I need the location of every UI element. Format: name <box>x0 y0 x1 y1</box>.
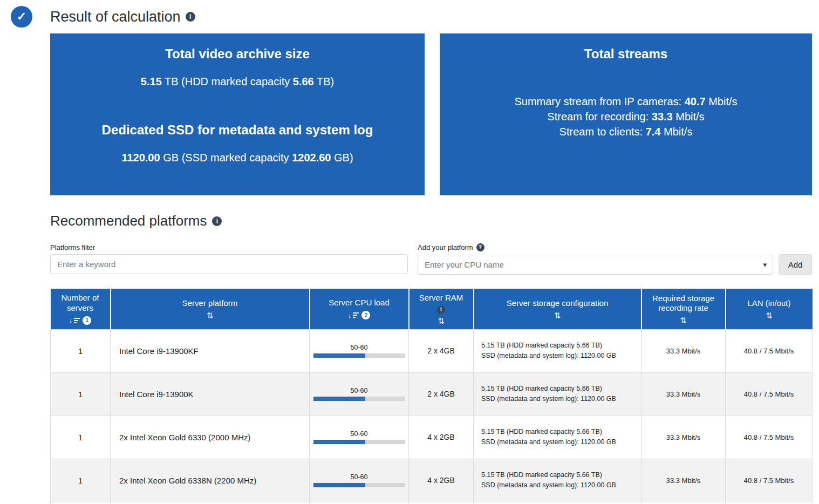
sort-icon[interactable]: ⇅ <box>766 311 773 319</box>
cpu-load-cell: 50-60 <box>310 372 409 416</box>
platforms-filter-label: Platforms filter <box>50 243 408 251</box>
cpu-load-range: 50-60 <box>313 430 405 438</box>
sort-icon[interactable]: ⇅ <box>207 311 214 319</box>
lan-cell: 40.8 / 7.5 Mbit/s <box>726 372 813 416</box>
cpu-load-bar <box>313 353 405 358</box>
column-header-required-storage-recording-rate[interactable]: Required storage recording rate ⇅ <box>641 289 726 329</box>
platform-cell: 2x Intel Xeon Gold 6330 (2000 MHz) <box>111 416 310 459</box>
storage-cell: 5.15 TB (HDD marked capacity 5.66 TB) SS… <box>474 459 641 502</box>
stream-line-clients: Stream to clients: 7.4 Mbit/s <box>440 124 812 139</box>
lan-cell: 40.8 / 7.5 Mbit/s <box>726 416 813 459</box>
table-header-row: Number of servers ↓ 1 Server platform ⇅ … <box>51 289 813 329</box>
platform-cell: Intel Core i9-13900KF <box>111 329 310 372</box>
cpu-load-bar <box>313 440 405 444</box>
archive-card-title: Total video archive size <box>50 46 425 62</box>
servers-count-cell: 1 <box>51 459 111 502</box>
platform-cell: Intel Core i9-13900K <box>111 372 310 416</box>
sort-order-badge: 2 <box>361 311 370 319</box>
info-icon[interactable]: i <box>186 12 195 22</box>
info-icon[interactable]: i <box>437 306 445 314</box>
rate-cell: 33.3 Mbit/s <box>641 372 726 416</box>
table-row: 1 Intel Core i9-13900KF 50-60 2 x 4GB 5.… <box>51 329 813 372</box>
ram-cell: 2 x 4GB <box>409 372 474 416</box>
cpu-name-combobox[interactable]: ▾ <box>418 255 773 275</box>
ssd-size-line: 1120.00 GB (SSD marked capacity 1202.60 … <box>50 152 425 164</box>
storage-cell: 5.15 TB (HDD marked capacity 5.66 TB) SS… <box>474 416 641 459</box>
add-platform-label: Add your platform ? <box>418 243 812 251</box>
streams-card-title: Total streams <box>440 46 812 62</box>
cpu-load-range: 50-60 <box>313 344 405 351</box>
ram-cell: 4 x 2GB <box>409 416 474 459</box>
servers-count-cell: 1 <box>51 416 111 459</box>
column-header-lan-in-out[interactable]: LAN (in/out) ⇅ <box>726 289 813 329</box>
summary-cards: Total video archive size 5.15 TB (HDD ma… <box>50 33 812 195</box>
page-header: ✓ Result of calculation i <box>0 0 819 28</box>
storage-cell: 5.15 TB (HDD marked capacity 5.66 TB) SS… <box>474 329 641 372</box>
sort-order-badge: 1 <box>83 316 91 325</box>
ram-cell: 2 x 4GB <box>409 329 474 372</box>
rate-cell: 33.3 Mbit/s <box>641 416 726 459</box>
column-header-server-ram[interactable]: Server RAM i ⇅ <box>409 289 474 329</box>
sort-icon[interactable]: ⇅ <box>680 316 687 324</box>
rate-cell: 33.3 Mbit/s <box>641 459 726 502</box>
cpu-load-bar <box>313 483 405 487</box>
cpu-load-bar <box>313 397 405 401</box>
cpu-load-range: 50-60 <box>313 473 405 481</box>
stream-line-cameras: Summary stream from IP cameras: 40.7 Mbi… <box>440 94 812 109</box>
platform-cell: 2x Intel Xeon Gold 6338N (2200 MHz) <box>111 459 310 502</box>
success-check-icon: ✓ <box>11 6 32 28</box>
column-header-number-of-servers[interactable]: Number of servers ↓ 1 <box>51 289 111 329</box>
help-icon[interactable]: ? <box>476 243 484 251</box>
platforms-filter-group: Platforms filter <box>50 243 408 275</box>
sort-amount-icon[interactable]: ↓ <box>348 312 359 319</box>
lan-cell: 40.8 / 7.5 Mbit/s <box>726 329 813 372</box>
stream-line-recording: Stream for recording: 33.3 Mbit/s <box>440 109 812 124</box>
add-platform-group: Add your platform ? ▾ Add <box>418 243 812 275</box>
sort-amount-icon[interactable]: ↓ <box>69 317 80 324</box>
rate-cell: 33.3 Mbit/s <box>641 329 726 372</box>
hdd-size-line: 5.15 TB (HDD marked capacity 5.66 TB) <box>50 76 425 88</box>
servers-count-cell: 1 <box>51 372 111 416</box>
recommended-platforms-heading: Recommended platforms i <box>50 213 819 229</box>
platforms-table: Number of servers ↓ 1 Server platform ⇅ … <box>50 289 813 504</box>
ssd-card-title: Dedicated SSD for metadata and system lo… <box>50 122 425 138</box>
page-title: Result of calculation <box>50 9 181 25</box>
cpu-name-input[interactable] <box>418 255 773 275</box>
platforms-filter-input[interactable] <box>50 254 408 274</box>
table-row-partial <box>51 502 813 504</box>
filters-row: Platforms filter Add your platform ? ▾ A… <box>50 243 812 275</box>
sort-icon[interactable]: ⇅ <box>554 311 561 319</box>
cpu-load-range: 50-60 <box>313 387 405 394</box>
streams-lines: Summary stream from IP cameras: 40.7 Mbi… <box>440 94 812 139</box>
cpu-load-cell: 50-60 <box>310 416 409 459</box>
column-header-server-cpu-load[interactable]: Server CPU load ↓ 2 <box>310 289 409 329</box>
add-platform-button[interactable]: Add <box>779 254 812 275</box>
table-row: 1 Intel Core i9-13900K 50-60 2 x 4GB 5.1… <box>51 372 813 416</box>
info-icon[interactable]: i <box>212 216 222 226</box>
column-header-server-platform[interactable]: Server platform ⇅ <box>111 289 310 329</box>
table-row: 1 2x Intel Xeon Gold 6338N (2200 MHz) 50… <box>51 459 813 502</box>
archive-size-card: Total video archive size 5.15 TB (HDD ma… <box>50 33 425 195</box>
lan-cell: 40.8 / 7.5 Mbit/s <box>726 459 813 502</box>
table-row: 1 2x Intel Xeon Gold 6330 (2000 MHz) 50-… <box>51 416 813 459</box>
cpu-load-cell: 50-60 <box>310 329 409 372</box>
ram-cell: 4 x 2GB <box>409 459 474 502</box>
servers-count-cell: 1 <box>51 329 111 372</box>
storage-cell: 5.15 TB (HDD marked capacity 5.66 TB) SS… <box>474 372 641 416</box>
total-streams-card: Total streams Summary stream from IP cam… <box>440 33 812 195</box>
cpu-load-cell: 50-60 <box>310 459 409 502</box>
column-header-server-storage-configuration[interactable]: Server storage configuration ⇅ <box>474 289 641 329</box>
sort-icon[interactable]: ⇅ <box>438 317 445 325</box>
